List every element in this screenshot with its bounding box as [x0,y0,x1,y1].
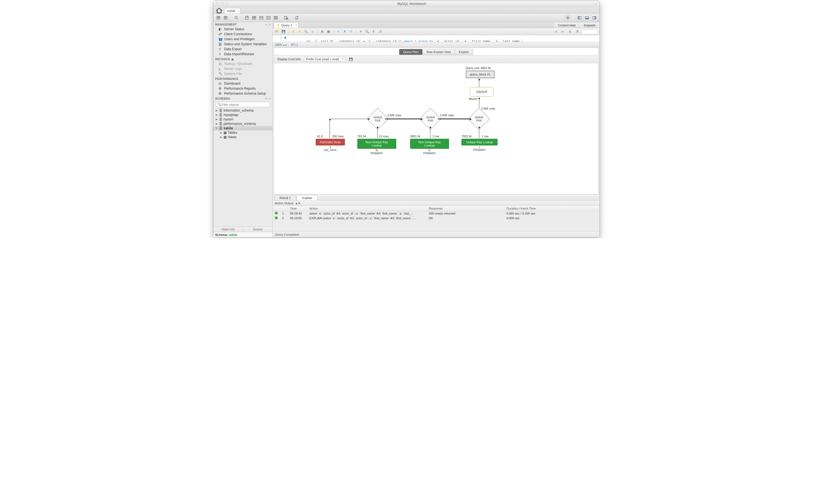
col-status[interactable] [273,206,280,211]
sidebar-item-server-logs[interactable]: ◭Server Logs [213,66,272,71]
refresh-icon[interactable]: ⟳ [265,97,268,100]
autocommit-icon[interactable]: ⟳ [348,29,354,34]
schema-sakila[interactable]: ▼🗄sakila [213,126,272,130]
col-time[interactable]: Time [288,206,307,211]
nested-loop-1[interactable]: nested loop [370,111,385,127]
minimize-dot[interactable] [221,2,224,5]
zoom-dot[interactable] [226,2,229,5]
tab-explain-result[interactable]: Explain [297,195,317,200]
output-row[interactable]: 2 09:18:55 EXPLAIN select `a`.`actor_id`… [273,216,600,221]
expand-icon[interactable]: ↗ [268,97,271,100]
tab-context-help[interactable]: Context Help [554,23,580,28]
beautify-icon[interactable]: ✐ [358,29,363,34]
create-table-icon[interactable] [251,15,257,21]
output-type-select[interactable]: ▲▼ [295,202,301,205]
query-tab-1[interactable]: ⚡ Query 1 × [274,22,298,28]
non-unique-lookup-fa-node[interactable]: Non-Unique Key LookupfaPRIMARY [357,139,396,155]
open-sql-icon[interactable] [222,15,229,21]
schema-information-schema[interactable]: ▶🗄information_schema [213,108,272,113]
toggle-output-icon[interactable] [584,15,590,21]
sidebar-item-server-status[interactable]: ◐Server Status [213,27,272,32]
col-action[interactable]: Action [307,206,427,211]
cost-info-select[interactable]: Prefix Cost (read + eval) [304,57,345,61]
wrap-icon[interactable]: ¶ [371,29,376,34]
schema-sakila-tables[interactable]: ▶▦Tables [213,130,272,135]
collapse-icon[interactable]: ↙ [265,23,268,26]
sidebar-item-users-privileges[interactable]: 👥Users and Privileges [213,37,272,42]
col-response[interactable]: Response [427,206,504,211]
close-dot[interactable] [216,2,219,5]
save-icon[interactable]: 💾 [281,29,286,34]
connection-tab-mylab[interactable]: mylab × [224,8,240,13]
sidebar-item-status-vars[interactable]: ▤Status and System Variables [213,42,272,47]
tab-result-1[interactable]: Result 1 [274,195,296,200]
fullscreen-icon[interactable]: ⤢ [595,2,597,6]
limit-input[interactable] [582,29,598,34]
chevron-right-icon[interactable]: ▶ [215,109,218,112]
toggle-sidebar-icon[interactable] [576,15,583,21]
limit-icon[interactable]: ⇵ [575,29,580,34]
create-schema-icon[interactable] [243,15,250,21]
open-file-icon[interactable]: 📂 [274,29,280,34]
sidebar-item-data-export[interactable]: ⇧Data Export [213,47,272,52]
explain-icon[interactable]: 🔍 [303,29,309,34]
sql-editor[interactable]: 1 ● ry` `c` on((`fc`.`category_id` = `c`… [273,35,600,42]
sidebar-item-perf-schema[interactable]: ⚙Performance Schema Setup [213,91,272,96]
schema-filter-input[interactable] [216,102,270,107]
create-view-icon[interactable] [258,15,265,21]
jump-icon[interactable]: ⎘ [567,29,573,34]
search-table-data-icon[interactable] [283,15,289,21]
sidebar-item-startup[interactable]: ⏻Startup / Shutdown [213,61,272,66]
sidebar-item-perf-reports[interactable]: ⚙Performance Reports [213,86,272,91]
nested-loop-2[interactable]: nested loop [423,111,438,127]
non-unique-lookup-fc-node[interactable]: Non-Unique Key LookupfcPRIMARY [410,139,449,155]
stop-icon[interactable]: ⦸ [309,29,315,34]
tab-object-info[interactable]: Object Info [213,227,243,232]
col-duration[interactable]: Duration / Fetch Time [504,206,600,211]
next-icon[interactable]: ▶ [560,29,566,34]
nested-loop-3[interactable]: nested loop [471,111,487,127]
rollback-icon[interactable]: ✘ [342,29,347,34]
toggle-autocommit-icon[interactable]: ⊞ [319,29,325,34]
chevron-right-icon[interactable]: ▶ [220,136,222,138]
reconnect-icon[interactable] [293,15,300,21]
toggle-secondary-icon[interactable] [591,15,598,21]
col-num[interactable] [280,206,288,211]
query-block-node[interactable]: query_block #1 [466,70,495,78]
create-procedure-icon[interactable] [265,15,272,21]
gear-icon[interactable] [565,15,571,21]
grid-icon[interactable]: ▦ [326,29,331,34]
execute-cursor-icon[interactable]: ⚡ [297,29,302,34]
tab-snippets[interactable]: Snippets [580,23,600,28]
tab-raw-explain[interactable]: Raw Explain Data [423,49,455,55]
tab-session[interactable]: Session [243,227,273,232]
query-plan-diagram[interactable]: Query cost: 9603.34 query_block #1 GROUP… [274,63,598,194]
chevron-right-icon[interactable]: ▶ [215,122,218,125]
commit-icon[interactable]: ✔ [335,29,341,34]
prev-icon[interactable]: ◀ [553,29,558,34]
schema-nyosm[interactable]: ▶🗄nyosm [213,117,272,122]
schema-performance-schema[interactable]: ▶🗄performance_schema [213,122,272,126]
tab-explain[interactable]: Explain [455,49,473,55]
full-index-scan-node[interactable]: Full Index Scanalast_name [316,139,345,152]
new-sql-tab-icon[interactable] [215,15,222,21]
sidebar-item-options-file[interactable]: 🔧Options File [213,71,272,76]
chevron-right-icon[interactable]: ▶ [215,114,218,116]
tab-query-plan[interactable]: Query Plan [399,49,423,55]
create-function-icon[interactable] [272,15,279,21]
chevron-right-icon[interactable]: ▶ [215,118,218,121]
chevron-right-icon[interactable]: ▶ [220,131,222,134]
close-icon[interactable]: × [295,24,297,26]
execute-icon[interactable]: ⚡ [290,29,296,34]
expand-icon[interactable]: ↗ [268,23,271,26]
inspector-icon[interactable] [233,15,240,21]
find-icon[interactable]: 🔍 [364,29,370,34]
sidebar-item-client-connections[interactable]: ☍Client Connections [213,32,272,37]
zoom-level[interactable]: 100% ▲▼ [275,43,287,46]
sidebar-item-data-import[interactable]: ⇩Data Import/Restore [213,52,272,57]
save-plan-icon[interactable]: 💾 [348,56,354,62]
schema-mysqlslap[interactable]: ▶🗄mysqlslap [213,113,272,117]
output-row[interactable]: 1 09:18:40 select `a`.`actor_id` AS `act… [273,211,600,216]
home-icon[interactable] [215,8,223,13]
schema-sakila-views[interactable]: ▶▦Views [213,135,272,139]
